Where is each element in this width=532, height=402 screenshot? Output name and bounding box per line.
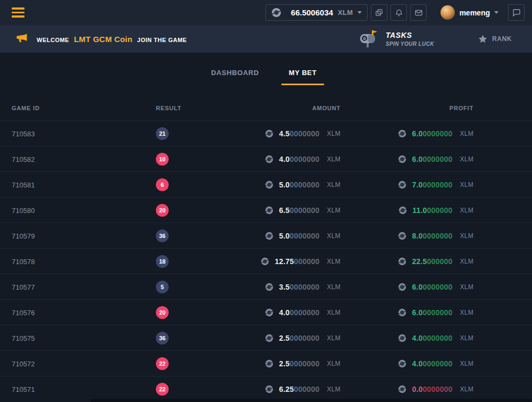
announcement-right: 0 TASKS SPIN YOUR LUCK RANK	[359, 30, 512, 48]
amount-currency: XLM	[327, 207, 340, 214]
result-badge: 20	[156, 306, 169, 319]
xlm-coin-icon	[265, 129, 273, 138]
profit-currency: XLM	[460, 130, 473, 137]
table-row[interactable]: 710582 10 4.00000000 XLM 6.00000000 XLM	[0, 146, 532, 171]
game-id: 710576	[12, 309, 35, 317]
star-icon	[478, 34, 488, 44]
avatar	[440, 5, 455, 20]
result-badge: 10	[156, 153, 169, 166]
amount-value: 4.00000000	[279, 155, 319, 163]
amount-value: 3.50000000	[279, 283, 319, 291]
profit-currency: XLM	[460, 181, 473, 188]
chat-button[interactable]	[508, 4, 525, 21]
tabs: DASHBOARD MY BET	[0, 53, 532, 85]
rank-widget[interactable]: RANK	[478, 34, 512, 44]
amount-currency: XLM	[327, 258, 340, 265]
profit-value: 6.00000000	[412, 283, 452, 291]
xlm-coin-icon	[398, 129, 406, 138]
amount-value: 5.00000000	[279, 181, 319, 189]
result-badge: 22	[156, 383, 169, 396]
profit-value: 6.00000000	[412, 129, 452, 138]
amount-value: 4.50000000	[279, 129, 319, 138]
topbar-right: 66.5006034 XLM memeng	[265, 4, 525, 21]
profit-value: 11.0000000	[412, 206, 452, 215]
svg-text:0: 0	[363, 36, 366, 41]
tab-dashboard[interactable]: DASHBOARD	[208, 69, 262, 85]
table-row[interactable]: 710571 22 6.25000000 XLM 0.00000000 XLM	[0, 376, 532, 401]
xlm-coin-icon	[398, 385, 406, 393]
table-row[interactable]: 710579 36 5.00000000 XLM 8.00000000 XLM	[0, 223, 532, 248]
announcement-bar: WELCOME LMT GCM Coin JOIN THE GAME 0 TAS…	[0, 25, 532, 53]
amount-value: 5.00000000	[279, 232, 319, 240]
coin-name-label: LMT GCM Coin	[74, 35, 132, 44]
wallet-cards-button[interactable]	[371, 4, 387, 21]
xlm-coin-icon	[261, 257, 269, 266]
notifications-button[interactable]	[390, 4, 407, 21]
game-id: 710575	[12, 334, 35, 342]
amount-value: 12.75000000	[275, 257, 319, 266]
join-label: JOIN THE GAME	[137, 37, 187, 43]
xlm-coin-icon	[265, 155, 273, 163]
table-row[interactable]: 710572 22 2.50000000 XLM 4.00000000 XLM	[0, 350, 532, 376]
chat-bubble-icon	[512, 9, 521, 17]
table-row[interactable]: 710575 36 2.50000000 XLM 4.00000000 XLM	[0, 325, 532, 350]
xlm-coin-icon	[398, 308, 406, 317]
rank-label: RANK	[492, 35, 512, 43]
result-badge: 5	[156, 281, 169, 293]
hamburger-menu-button[interactable]	[10, 5, 27, 20]
amount-currency: XLM	[327, 334, 340, 342]
table-header: GAME ID RESULT AMOUNT PROFIT	[0, 96, 532, 120]
messages-button[interactable]	[410, 4, 427, 21]
chevron-down-icon	[494, 11, 498, 14]
game-id: 710571	[12, 385, 35, 393]
profit-currency: XLM	[460, 232, 473, 240]
amount-currency: XLM	[327, 130, 340, 137]
profit-value: 4.00000000	[412, 359, 452, 368]
game-id: 710583	[12, 130, 35, 138]
xlm-coin-icon	[265, 232, 273, 240]
topbar: 66.5006034 XLM memeng	[0, 0, 532, 25]
header-game-id: GAME ID	[12, 105, 144, 111]
xlm-coin-icon	[265, 283, 273, 291]
table-row[interactable]: 710580 20 6.50000000 XLM 11.0000000 XLM	[0, 197, 532, 223]
xlm-coin-icon	[398, 359, 406, 368]
table-row[interactable]: 710578 18 12.75000000 XLM 22.5000000 XLM	[0, 248, 532, 274]
tasks-subtitle: SPIN YOUR LUCK	[386, 40, 434, 47]
result-badge: 21	[156, 127, 169, 140]
horizontal-scrollbar[interactable]	[90, 399, 532, 402]
balance-selector[interactable]: 66.5006034 XLM	[265, 4, 368, 21]
user-menu[interactable]: memeng	[440, 5, 498, 20]
table-row[interactable]: 710581 6 5.00000000 XLM 7.00000000 XLM	[0, 171, 532, 197]
xlm-coin-icon	[398, 283, 406, 291]
table-row[interactable]: 710577 5 3.50000000 XLM 6.00000000 XLM	[0, 274, 532, 299]
envelope-icon	[414, 9, 423, 17]
header-result: RESULT	[144, 105, 235, 111]
amount-currency: XLM	[327, 155, 340, 163]
result-badge: 20	[156, 204, 169, 217]
xlm-coin-icon	[265, 308, 273, 317]
xlm-coin-icon	[398, 206, 407, 215]
profit-value: 6.00000000	[412, 155, 452, 163]
profit-currency: XLM	[460, 155, 473, 163]
welcome-label: WELCOME	[37, 37, 69, 43]
table-row[interactable]: 710583 21 4.50000000 XLM 6.00000000 XLM	[0, 120, 532, 146]
result-badge: 6	[156, 178, 169, 191]
profit-currency: XLM	[460, 360, 473, 367]
xlm-coin-icon	[265, 334, 273, 342]
cards-icon	[375, 9, 383, 17]
amount-currency: XLM	[327, 360, 340, 367]
profit-currency: XLM	[460, 309, 473, 316]
game-id: 710579	[12, 232, 35, 240]
amount-currency: XLM	[327, 232, 340, 240]
tab-my-bet[interactable]: MY BET	[281, 69, 324, 85]
balance-amount: 66.5006034	[291, 8, 333, 17]
game-id: 710581	[12, 181, 35, 189]
tasks-widget[interactable]: 0 TASKS SPIN YOUR LUCK	[359, 30, 434, 48]
megaphone-icon	[15, 32, 29, 46]
amount-value: 2.50000000	[279, 359, 319, 368]
xlm-coin-icon	[398, 181, 406, 189]
amount-value: 4.00000000	[279, 308, 319, 317]
profit-currency: XLM	[460, 283, 473, 291]
xlm-coin-icon	[265, 206, 273, 215]
table-row[interactable]: 710576 20 4.00000000 XLM 6.00000000 XLM	[0, 299, 532, 325]
